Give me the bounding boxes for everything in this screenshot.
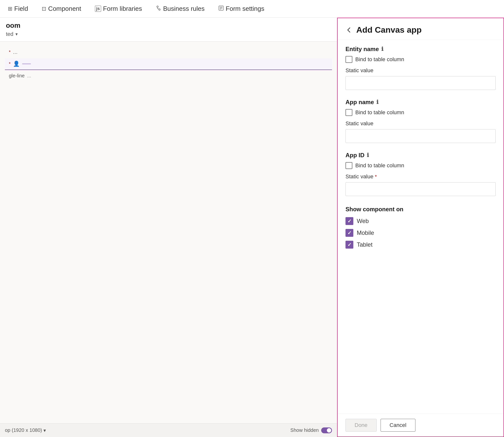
form-canvas: * ... * 👤 gle-line ... (0, 42, 337, 423)
toggle-knob (327, 428, 331, 433)
entity-name-input[interactable] (345, 76, 496, 90)
entity-name-label: Entity name ℹ (345, 46, 496, 53)
tablet-label: Tablet (357, 241, 372, 248)
app-id-label: App ID ℹ (345, 152, 496, 159)
svg-point-1 (159, 9, 160, 10)
app-id-info-icon[interactable]: ℹ (367, 152, 369, 158)
app-name-label: App name ℹ (345, 99, 496, 106)
resolution-text: op (1920 x 1080) (5, 427, 42, 433)
entity-name-bind-checkbox[interactable] (345, 56, 352, 63)
form-header: oom ted ▾ (0, 18, 337, 42)
show-component-section: Show component on Web Mobile Tablet (345, 206, 496, 253)
nav-form-libraries[interactable]: js Form libraries (92, 3, 145, 14)
app-id-input[interactable] (345, 182, 496, 196)
tablet-checkbox[interactable] (345, 241, 353, 249)
single-line-ellipsis: ... (27, 73, 31, 79)
panel-body: Entity name ℹ Bind to table column Stati… (338, 40, 504, 414)
form-title: oom (6, 22, 331, 29)
form-field-item-highlighted[interactable]: * 👤 (5, 58, 332, 70)
app-id-section: App ID ℹ Bind to table column Static val… (345, 152, 496, 203)
app-name-bind-label: Bind to table column (355, 109, 404, 116)
bottom-bar: op (1920 x 1080) ▾ Show hidden (0, 423, 337, 437)
add-canvas-app-panel: Add Canvas app Entity name ℹ Bind to tab… (337, 18, 504, 437)
form-libraries-icon: js (95, 6, 101, 12)
show-component-title: Show component on (345, 206, 496, 213)
entity-name-static-label: Static value (345, 67, 496, 74)
person-icon: 👤 (13, 61, 20, 67)
required-dot-2: * (9, 61, 11, 67)
required-dot: * (9, 50, 11, 55)
mobile-checkbox-row: Mobile (345, 229, 496, 237)
top-navigation: ⊞ Field ⊡ Component js Form libraries Bu… (0, 0, 504, 18)
panel-footer: Done Cancel (338, 414, 504, 437)
show-hidden-label: Show hidden (290, 427, 319, 433)
nav-business-rules-label: Business rules (163, 5, 205, 13)
tablet-checkbox-row: Tablet (345, 241, 496, 249)
nav-form-settings-label: Form settings (226, 5, 265, 13)
cancel-button[interactable]: Cancel (381, 419, 415, 432)
entity-name-info-icon[interactable]: ℹ (381, 46, 383, 52)
nav-form-libraries-label: Form libraries (103, 5, 142, 13)
app-id-static-label: Static value * (345, 173, 496, 180)
subtitle-dropdown-icon[interactable]: ▾ (15, 31, 18, 37)
mobile-checkbox[interactable] (345, 229, 353, 237)
app-id-bind-label: Bind to table column (355, 162, 404, 169)
resolution-chevron-icon: ▾ (43, 427, 46, 433)
component-icon: ⊡ (42, 6, 46, 12)
nav-field[interactable]: ⊞ Field (5, 3, 31, 14)
app-name-info-icon[interactable]: ℹ (376, 99, 378, 105)
nav-form-settings[interactable]: Form settings (215, 3, 267, 14)
field-icon: ⊞ (8, 6, 12, 12)
web-label: Web (357, 218, 369, 225)
done-button[interactable]: Done (345, 419, 377, 432)
form-subtitle-text: ted (6, 31, 13, 37)
field-ellipsis: ... (13, 49, 17, 55)
back-button[interactable] (345, 27, 352, 33)
single-line-label: gle-line (9, 73, 25, 79)
panel-header: Add Canvas app (338, 18, 504, 40)
show-hidden-toggle: Show hidden (290, 427, 332, 433)
mobile-label: Mobile (357, 229, 374, 236)
nav-field-label: Field (14, 5, 28, 13)
app-id-bind-row: Bind to table column (345, 162, 496, 169)
panel-title: Add Canvas app (356, 25, 422, 35)
single-line-row[interactable]: gle-line ... (5, 70, 332, 81)
required-star: * (375, 174, 377, 180)
form-settings-icon (218, 5, 224, 12)
web-checkbox-row: Web (345, 217, 496, 225)
app-id-bind-checkbox[interactable] (345, 162, 352, 169)
form-field-item[interactable]: * ... (5, 46, 332, 58)
svg-point-0 (157, 6, 158, 7)
business-rules-icon (156, 5, 161, 12)
show-hidden-switch[interactable] (321, 427, 332, 433)
entity-name-section: Entity name ℹ Bind to table column Stati… (345, 46, 496, 97)
main-area: oom ted ▾ * ... * 👤 gle-line (0, 18, 504, 437)
nav-component-label: Component (48, 5, 81, 13)
app-name-input[interactable] (345, 129, 496, 143)
entity-name-bind-row: Bind to table column (345, 56, 496, 63)
nav-component[interactable]: ⊡ Component (39, 3, 84, 14)
web-checkbox[interactable] (345, 217, 353, 225)
nav-business-rules[interactable]: Business rules (153, 3, 208, 14)
form-editor-panel: oom ted ▾ * ... * 👤 gle-line (0, 18, 337, 437)
app-name-bind-checkbox[interactable] (345, 109, 352, 116)
field-placeholder-bar (22, 63, 31, 64)
entity-name-bind-label: Bind to table column (355, 56, 404, 63)
resolution-selector[interactable]: op (1920 x 1080) ▾ (5, 427, 46, 433)
app-name-static-label: Static value (345, 120, 496, 127)
form-subtitle: ted ▾ (6, 31, 331, 37)
app-name-bind-row: Bind to table column (345, 109, 496, 116)
app-name-section: App name ℹ Bind to table column Static v… (345, 99, 496, 150)
